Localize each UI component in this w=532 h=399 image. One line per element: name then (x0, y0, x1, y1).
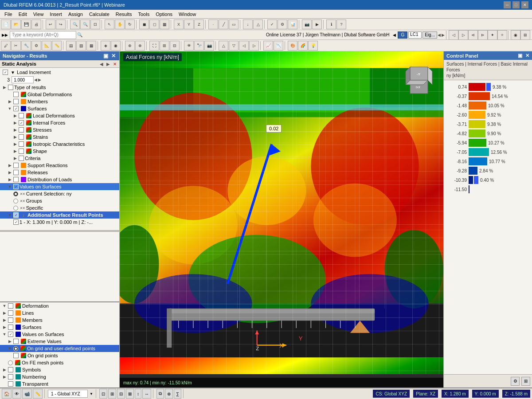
menu-file[interactable]: File (2, 11, 15, 17)
view-icon-2[interactable]: ⊞ (108, 389, 116, 399)
on-grid-radio[interactable] (13, 346, 18, 351)
tb-iso[interactable]: ⊞ (520, 30, 530, 40)
numbering-item[interactable]: ▶ Numbering (0, 373, 119, 380)
nav-prev[interactable]: ◀ (99, 62, 104, 66)
tb3-render2[interactable]: 🌈 (298, 41, 308, 51)
tb3-vis2[interactable]: 🔭 (194, 41, 204, 51)
maximize-button[interactable]: □ (512, 1, 520, 8)
view-icon-5[interactable]: ↕ (135, 389, 141, 399)
menu-results[interactable]: Results (113, 11, 135, 17)
tb-lc1[interactable]: ◁ (449, 30, 458, 40)
load-increment-item[interactable]: ▼ Load Increment (0, 69, 119, 76)
menu-tools[interactable]: Tools (135, 11, 152, 17)
tb-lc3[interactable]: ⊲ (468, 30, 478, 40)
type-checkbox[interactable] (8, 85, 13, 90)
view-icon-1[interactable]: ⊡ (99, 389, 107, 399)
on-grid-pts-checkbox[interactable] (13, 353, 19, 358)
tb-render3[interactable]: ▦ (160, 20, 169, 29)
tb-anim[interactable]: ◉ (511, 30, 520, 40)
tb-rotate[interactable]: ↻ (125, 20, 135, 29)
tb-zoom-out[interactable]: 🔍 (80, 20, 90, 29)
tb3-2[interactable]: ✂ (11, 41, 21, 51)
keyword-search-input[interactable] (10, 31, 76, 39)
cp-float-btn[interactable]: ▣ (518, 53, 522, 58)
global-deformations-item[interactable]: Global Deformations (0, 91, 119, 98)
menu-options[interactable]: Options (153, 11, 175, 17)
menu-view[interactable]: View (31, 11, 47, 17)
tb-lc4[interactable]: ⊳ (478, 30, 488, 40)
view-dropdown-icon[interactable]: ▼ (89, 392, 94, 396)
orientation-cube[interactable]: -Y bot (403, 65, 434, 96)
lines-checkbox[interactable] (8, 310, 13, 316)
view-icon-3[interactable]: ⊟ (117, 389, 125, 399)
tb3-6[interactable]: 📏 (52, 41, 62, 51)
tb-load[interactable]: ↓ (243, 20, 253, 29)
shape-checkbox[interactable] (19, 149, 24, 154)
tb3-12[interactable]: ⛶ (149, 41, 159, 51)
isotropic-item[interactable]: ▶ Isotropic Characteristics (0, 141, 119, 148)
tb-line[interactable]: ╱ (219, 20, 228, 29)
tb3-5[interactable]: 📐 (42, 41, 51, 51)
lines-display-item[interactable]: ▶ Lines (0, 309, 119, 317)
tb-fit[interactable]: ⊡ (90, 20, 100, 29)
close-button[interactable]: ✕ (521, 1, 528, 8)
menu-window[interactable]: Window (176, 11, 199, 17)
tb-select[interactable]: ↖ (105, 20, 114, 29)
menu-calculate[interactable]: Calculate (86, 11, 112, 17)
symbols-checkbox[interactable] (8, 367, 13, 372)
menu-insert[interactable]: Insert (47, 11, 65, 17)
dist-loads-checkbox[interactable] (13, 177, 19, 182)
on-grid-user-defined-item[interactable]: ▼ On grid and user-defined points (0, 345, 119, 352)
load-next-btn[interactable]: ▶ (38, 78, 42, 82)
lc-next-btn[interactable]: ▶ (441, 33, 445, 37)
surfaces-checkbox[interactable] (13, 106, 19, 111)
tb3-graph1[interactable]: 📈 (263, 41, 273, 51)
tb3-render3[interactable]: 💡 (308, 41, 318, 51)
members-disp-checkbox[interactable] (8, 317, 13, 323)
result-pt1-checkbox[interactable] (13, 219, 19, 225)
load-prev-btn[interactable]: ◀ (34, 78, 38, 82)
menu-edit[interactable]: Edit (16, 11, 30, 17)
global-def-checkbox[interactable] (13, 92, 19, 97)
tb3-18[interactable]: ▷ (249, 41, 259, 51)
strains-checkbox[interactable] (19, 134, 24, 140)
menu-assign[interactable]: Assign (66, 11, 86, 17)
tb3-13[interactable]: ⊞ (160, 41, 169, 51)
statusbar-home-btn[interactable]: 🏠 (2, 389, 12, 399)
tb3-vis3[interactable]: 📷 (204, 41, 214, 51)
tb-pan[interactable]: ✋ (115, 20, 125, 29)
tb-save[interactable]: 💾 (21, 20, 31, 29)
nav-close2[interactable]: ✕ (112, 62, 117, 66)
tb3-16[interactable]: ▽ (229, 41, 239, 51)
support-reactions-item[interactable]: ▶ Support Reactions (0, 162, 119, 169)
surf-disp-checkbox[interactable] (8, 325, 13, 330)
tb-view-y[interactable]: Y (184, 20, 194, 29)
view-icon-4[interactable]: ⊠ (126, 389, 134, 399)
nav-close-btn[interactable]: ✕ (110, 53, 117, 59)
tb-help[interactable]: ? (336, 20, 346, 29)
load-value-display[interactable]: 1.000 (12, 76, 34, 83)
tb3-4[interactable]: ⚙ (31, 41, 41, 51)
criteria-item[interactable]: ▶ Criteria (0, 155, 119, 162)
releases-checkbox[interactable] (13, 170, 19, 175)
current-selection-item[interactable]: ×× Current Selection: ny (0, 190, 119, 197)
on-fe-mesh-item[interactable]: On FE mesh points (0, 359, 119, 366)
tb3-9[interactable]: ▦ (86, 41, 96, 51)
tb3-8[interactable]: ▧ (76, 41, 86, 51)
members-display-item[interactable]: ▶ Members (0, 317, 119, 324)
vos-disp-checkbox[interactable] (8, 332, 13, 337)
statusbar-video-btn[interactable]: 📹 (22, 389, 32, 399)
statusbar-measure-btn[interactable]: 📏 (33, 389, 43, 399)
current-sel-radio[interactable] (13, 192, 18, 196)
tb-info[interactable]: ℹ (326, 20, 336, 29)
numbering-checkbox[interactable] (8, 374, 13, 379)
specific-radio[interactable] (13, 206, 18, 211)
surfaces-item[interactable]: ▼ Surfaces (0, 105, 119, 112)
transparent-checkbox[interactable] (8, 381, 13, 387)
extreme-checkbox[interactable] (13, 339, 19, 344)
load-increment-value-row[interactable]: 3 1.000 ◀ ▶ (0, 76, 119, 84)
tb3-vis1[interactable]: 👁 (184, 41, 194, 51)
internal-forces-checkbox[interactable] (19, 120, 24, 125)
transparent-item[interactable]: Transparent (0, 380, 119, 387)
draw-icon-2[interactable]: ⊕ (165, 389, 173, 399)
